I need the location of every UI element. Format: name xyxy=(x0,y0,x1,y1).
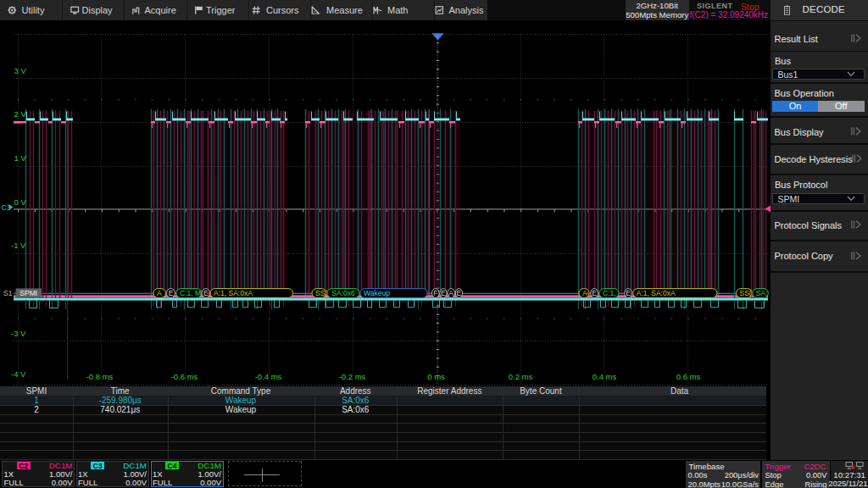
svg-text:-3 V: -3 V xyxy=(11,329,26,338)
svg-text:A:1, SA:0xA: A:1, SA:0xA xyxy=(637,289,676,297)
svg-text:A: A xyxy=(157,289,162,297)
svg-text:SA:0x6: SA:0x6 xyxy=(331,289,355,297)
svg-text:A: A xyxy=(582,289,587,297)
svg-text:E: E xyxy=(626,289,631,297)
svg-text:-0.4 ms: -0.4 ms xyxy=(255,372,282,381)
svg-text:0 V: 0 V xyxy=(14,197,27,207)
svg-text:E: E xyxy=(592,289,597,297)
svg-text:C:1,: C:1, xyxy=(603,289,616,297)
svg-text:0.2 ms: 0.2 ms xyxy=(509,372,533,381)
svg-text:-0.6 ms: -0.6 ms xyxy=(171,372,198,381)
svg-text:0.6 ms: 0.6 ms xyxy=(676,372,701,381)
svg-text:Wakeup: Wakeup xyxy=(364,289,390,297)
svg-text:E: E xyxy=(441,289,446,297)
svg-text:SA:: SA: xyxy=(756,289,768,297)
svg-text:0.4 ms: 0.4 ms xyxy=(593,372,617,381)
svg-text:SPMI: SPMI xyxy=(19,289,37,297)
svg-text:2 V: 2 V xyxy=(14,109,27,119)
svg-text:E: E xyxy=(169,289,174,297)
svg-text:F: F xyxy=(433,289,437,297)
svg-text:1 V: 1 V xyxy=(14,153,27,163)
svg-text:-0.2 ms: -0.2 ms xyxy=(339,372,366,381)
svg-text:C:1, M: C:1, M xyxy=(180,289,201,297)
svg-text:SS(: SS( xyxy=(740,289,752,297)
svg-text:A: A xyxy=(448,289,453,297)
svg-text:-1 V: -1 V xyxy=(11,241,26,250)
svg-text:3 V: 3 V xyxy=(14,66,27,75)
svg-text:-0.8 ms: -0.8 ms xyxy=(86,372,114,381)
svg-text:E: E xyxy=(457,289,462,297)
svg-text:-4 V: -4 V xyxy=(11,369,26,379)
svg-text:0 ms: 0 ms xyxy=(427,372,445,381)
svg-text:S1: S1 xyxy=(3,289,13,297)
svg-text:A:1, SA:0xA: A:1, SA:0xA xyxy=(214,289,253,297)
